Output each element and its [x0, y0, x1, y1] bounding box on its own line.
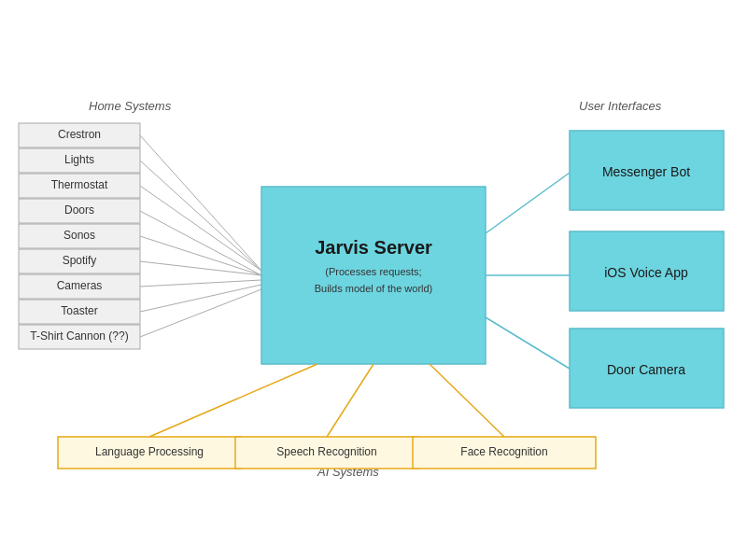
- ui-label-messenger: Messenger Bot: [602, 164, 690, 179]
- home-label-crestron: Crestron: [58, 128, 101, 141]
- home-label-sonos: Sonos: [63, 229, 95, 242]
- jarvis-title: Jarvis Server: [315, 237, 432, 258]
- line-messenger: [486, 173, 570, 233]
- jarvis-subtitle1: (Processes requests;: [325, 266, 421, 277]
- ai-label-face: Face Recognition: [460, 445, 547, 458]
- line-tshirt: [140, 289, 261, 337]
- line-door-camera: [486, 317, 570, 369]
- line-face: [430, 364, 504, 437]
- line-cameras: [140, 280, 261, 287]
- home-label-doors: Doors: [64, 203, 94, 217]
- user-interfaces-label: User Interfaces: [579, 99, 662, 113]
- line-sonos: [140, 236, 261, 275]
- line-lights: [140, 161, 261, 271]
- home-label-thermostat: Thermostat: [51, 178, 108, 191]
- home-systems-label: Home Systems: [89, 99, 172, 113]
- ui-label-ios: iOS Voice App: [604, 265, 688, 280]
- line-doors: [140, 211, 261, 275]
- ai-label-speech: Speech Recognition: [276, 445, 376, 458]
- ui-label-door-camera: Door Camera: [607, 362, 685, 377]
- line-lang: [149, 364, 317, 437]
- home-label-spotify: Spotify: [63, 254, 97, 267]
- jarvis-subtitle2: Builds model of the world): [315, 283, 433, 294]
- home-label-toaster: Toaster: [61, 304, 97, 317]
- home-label-lights: Lights: [64, 153, 94, 166]
- line-spotify: [140, 261, 261, 275]
- line-toaster: [140, 285, 261, 312]
- ai-label-lang: Language Processing: [95, 445, 204, 458]
- line-thermostat: [140, 186, 261, 271]
- line-speech: [327, 364, 374, 437]
- home-label-cameras: Cameras: [57, 279, 103, 292]
- line-crestron: [140, 135, 261, 271]
- home-label-tshirt: T-Shirt Cannon (??): [30, 329, 128, 343]
